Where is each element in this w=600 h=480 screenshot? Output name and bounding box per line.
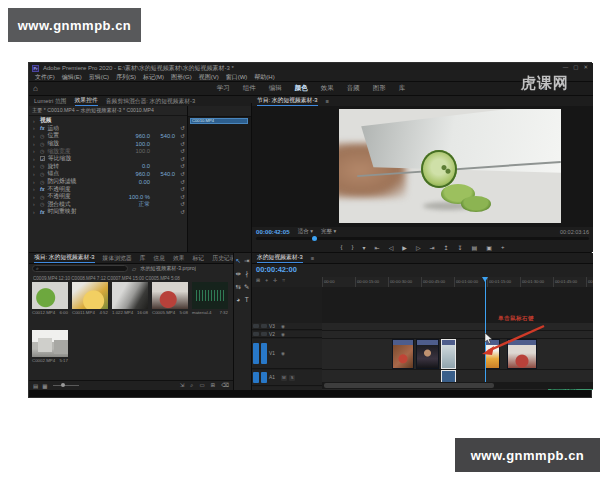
window-control-button[interactable]: ✕ bbox=[583, 64, 588, 70]
panel-tab[interactable]: Lumetri 范围 bbox=[34, 97, 67, 106]
fx-badge-icon[interactable]: fx bbox=[40, 209, 44, 215]
transport-button[interactable]: ⇥ bbox=[430, 244, 435, 251]
timeline-tracks-area[interactable]: material-4.mp3 bbox=[322, 287, 593, 382]
tool-button[interactable]: ⇥ bbox=[244, 257, 249, 264]
timeline-toolbar-icon[interactable]: ⌖ bbox=[265, 277, 268, 284]
chevron-icon[interactable]: › bbox=[33, 163, 37, 169]
tool-button[interactable]: ⇆ bbox=[236, 283, 241, 290]
solo-button[interactable]: S bbox=[289, 375, 295, 381]
chevron-icon[interactable]: › bbox=[33, 141, 37, 147]
audio-track-header[interactable]: A2 M S bbox=[252, 387, 322, 390]
source-patch[interactable] bbox=[253, 324, 259, 328]
video-track-lane[interactable] bbox=[322, 323, 593, 331]
home-icon[interactable]: ⌂ bbox=[33, 84, 38, 93]
program-scrubber[interactable] bbox=[256, 237, 589, 240]
item-thumbnail[interactable] bbox=[72, 282, 108, 309]
audio-track-header[interactable]: A1 M S bbox=[252, 370, 322, 386]
transport-button[interactable]: ↥ bbox=[444, 244, 449, 251]
tool-button[interactable]: T bbox=[245, 296, 249, 303]
reset-parameter-icon[interactable]: ↺ bbox=[178, 163, 187, 169]
workspace-tab[interactable]: 库 bbox=[399, 84, 406, 93]
reset-parameter-icon[interactable]: ↺ bbox=[178, 141, 187, 147]
project-action-icon[interactable]: ⊞ bbox=[211, 382, 216, 389]
panel-tab[interactable]: 信息 bbox=[153, 254, 165, 263]
item-thumbnail[interactable] bbox=[32, 330, 68, 357]
menu-item[interactable]: 标记(M) bbox=[143, 73, 164, 82]
parameter-value[interactable]: 960.0 bbox=[128, 171, 150, 177]
panel-tab[interactable]: 历史记录 bbox=[212, 254, 233, 263]
menu-item[interactable]: 编辑(E) bbox=[62, 73, 82, 82]
item-thumbnail[interactable] bbox=[192, 282, 228, 309]
parameter-value-2[interactable]: 540.0 bbox=[153, 171, 175, 177]
stopwatch-icon[interactable]: ◷ bbox=[40, 179, 44, 185]
toggle-track-output-icon[interactable]: ◉ bbox=[281, 351, 285, 356]
thumbnail-size-slider[interactable] bbox=[53, 385, 79, 386]
project-item[interactable]: 1.022.MP4 16:08 bbox=[112, 282, 148, 315]
transport-button[interactable]: ▾ bbox=[363, 244, 366, 251]
program-timecode[interactable]: 00:00:42:05 bbox=[256, 228, 290, 235]
reset-parameter-icon[interactable]: ↺ bbox=[178, 133, 187, 139]
stopwatch-icon[interactable]: ◷ bbox=[40, 171, 44, 177]
video-clip[interactable] bbox=[392, 339, 414, 369]
parameter-value-2[interactable]: 540.0 bbox=[153, 133, 175, 139]
project-action-icon[interactable]: ⇲ bbox=[180, 382, 185, 389]
timeline-timecode[interactable]: 00:00:42:00 bbox=[256, 265, 297, 274]
panel-menu-icon[interactable]: ≡ bbox=[311, 255, 314, 261]
transport-button[interactable]: ↧ bbox=[458, 244, 463, 251]
chevron-icon[interactable]: › bbox=[33, 201, 37, 207]
effect-parameter-row[interactable]: › fx ◷ ✓ 时间重映射 ↺ bbox=[29, 208, 187, 216]
window-control-button[interactable]: — bbox=[563, 64, 569, 70]
item-thumbnail[interactable] bbox=[152, 282, 188, 309]
workspace-tab[interactable]: 图形 bbox=[373, 84, 386, 93]
workspace-tab[interactable]: 颜色 bbox=[295, 84, 308, 93]
scrollbar-handle[interactable] bbox=[324, 383, 494, 388]
tool-button[interactable]: ◕ bbox=[236, 296, 240, 303]
toggle-track-output-icon[interactable]: ◉ bbox=[281, 324, 285, 329]
mute-button[interactable]: M bbox=[281, 375, 287, 381]
tool-button[interactable]: ∤ bbox=[245, 270, 248, 277]
stopwatch-icon[interactable]: ◷ bbox=[40, 148, 44, 154]
chevron-icon[interactable]: › bbox=[33, 186, 37, 192]
video-track-header[interactable]: V2 ◉ bbox=[252, 331, 322, 338]
chevron-icon[interactable]: › bbox=[33, 156, 37, 162]
item-name[interactable]: C0005.MP4 bbox=[152, 310, 175, 315]
transport-button[interactable]: ▶ bbox=[402, 244, 407, 251]
toggle-track-output-icon[interactable]: ◉ bbox=[281, 332, 285, 337]
timeline-toolbar-icon[interactable]: ✛ bbox=[273, 277, 277, 284]
item-name[interactable]: C0002.MP4 bbox=[32, 358, 55, 363]
transport-button[interactable]: ▤ bbox=[472, 244, 478, 251]
mini-timeline-clip[interactable]: C0010.MP4 bbox=[190, 118, 248, 124]
transport-button[interactable]: ▣ bbox=[486, 244, 492, 251]
target-patch[interactable] bbox=[261, 372, 267, 383]
video-track-lane[interactable] bbox=[322, 331, 593, 339]
parameter-value[interactable]: 正常 bbox=[128, 200, 150, 209]
panel-tab[interactable]: 项目: 水的短视频素材-3 bbox=[34, 253, 95, 263]
project-action-icon[interactable]: ⌫ bbox=[221, 382, 229, 389]
parameter-value[interactable]: 960.0 bbox=[128, 133, 150, 139]
menu-item[interactable]: 窗口(W) bbox=[226, 73, 248, 82]
source-patch[interactable] bbox=[253, 332, 259, 336]
target-patch[interactable] bbox=[261, 324, 267, 328]
panel-tab[interactable]: 效果 bbox=[173, 254, 185, 263]
target-patch[interactable] bbox=[261, 343, 267, 363]
sequence-tab[interactable]: 水的短视频素材-3 bbox=[257, 253, 303, 263]
panel-tab[interactable]: 音频剪辑混合器: 水的短视频素材-3 bbox=[106, 97, 196, 106]
parameter-value[interactable]: 100.0 bbox=[128, 148, 150, 154]
timeline-horizontal-scrollbar[interactable] bbox=[322, 382, 593, 389]
workspace-tab[interactable]: 组件 bbox=[243, 84, 256, 93]
chevron-icon[interactable]: › bbox=[33, 148, 37, 154]
zoom-level-select[interactable]: 适合 ▾ bbox=[298, 228, 313, 235]
menu-item[interactable]: 文件(F) bbox=[35, 73, 55, 82]
program-monitor-viewer[interactable] bbox=[252, 106, 593, 227]
reset-parameter-icon[interactable]: ↺ bbox=[178, 148, 187, 154]
stopwatch-icon[interactable]: ◷ bbox=[40, 194, 44, 200]
item-thumbnail[interactable] bbox=[112, 282, 148, 309]
reset-parameter-icon[interactable]: ↺ bbox=[178, 201, 187, 207]
stopwatch-icon[interactable]: ◷ bbox=[40, 141, 44, 147]
reset-parameter-icon[interactable]: ↺ bbox=[178, 194, 187, 200]
timeline-toolbar-icon[interactable]: ⌗ bbox=[282, 277, 285, 284]
workspace-tab[interactable]: 学习 bbox=[217, 84, 230, 93]
video-clip[interactable] bbox=[441, 339, 456, 369]
item-thumbnail[interactable] bbox=[32, 282, 68, 309]
parameter-value[interactable]: 100.0 bbox=[128, 141, 150, 147]
